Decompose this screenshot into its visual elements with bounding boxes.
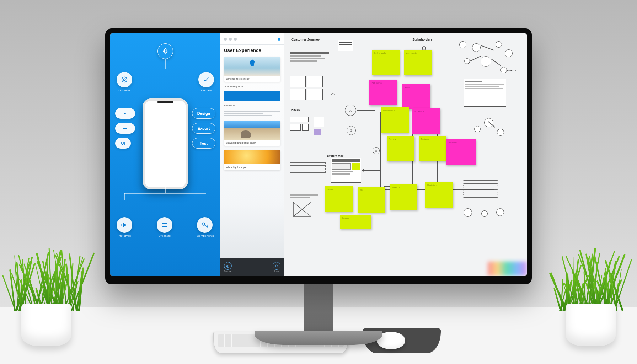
icon-label: Organize xyxy=(157,234,172,237)
sticky-note[interactable]: Iterate xyxy=(325,186,353,212)
sticky-note[interactable]: Define goals xyxy=(372,50,400,75)
wireframe-box[interactable] xyxy=(302,124,309,131)
svg-point-6 xyxy=(376,150,377,151)
icon-label: Prototype xyxy=(117,234,132,237)
sticky-note[interactable]: Test plan xyxy=(419,136,446,161)
preview-card[interactable]: Landing hero concept xyxy=(224,57,280,82)
canvas-heading: Stakeholders xyxy=(412,38,433,41)
section-label: Research xyxy=(224,104,280,107)
canvas-heading: Customer Journey xyxy=(291,38,320,41)
card-caption: Warm light sample xyxy=(224,164,280,170)
list-icon[interactable] xyxy=(157,217,172,233)
user-node-icon[interactable] xyxy=(373,147,380,154)
design-panel: Discover Validate ▾ — UI Design Export T… xyxy=(110,33,220,276)
ux-preview-panel: User Experience Landing hero concept Onb… xyxy=(220,33,284,276)
wireframe-box[interactable] xyxy=(290,124,301,131)
sticky-note[interactable]: Next steps xyxy=(425,182,453,208)
preview-card[interactable]: Coastal photography study xyxy=(224,121,280,146)
target-icon[interactable] xyxy=(117,72,132,87)
wireframe-box[interactable] xyxy=(290,50,329,70)
node-icon[interactable] xyxy=(464,208,472,217)
sticky-note[interactable]: Feedback xyxy=(446,139,476,165)
user-node-icon[interactable] xyxy=(347,126,356,135)
node-icon[interactable] xyxy=(497,129,504,136)
wireframe-box[interactable] xyxy=(290,76,306,87)
icon-label: Components xyxy=(197,234,214,237)
cross-diagram-icon xyxy=(291,200,313,218)
wireframe-box[interactable] xyxy=(314,129,321,135)
wireframe-box[interactable] xyxy=(290,117,309,122)
wireframe-page[interactable] xyxy=(331,158,361,183)
node-icon[interactable] xyxy=(459,41,466,48)
canvas-label: Pages xyxy=(291,108,300,111)
chevron-up-icon: ︿ xyxy=(331,90,336,97)
color-swatch xyxy=(488,262,527,276)
monitor: Discover Validate ▾ — UI Design Export T… xyxy=(105,28,532,284)
compass-icon[interactable] xyxy=(157,43,173,59)
plant-decor xyxy=(552,247,630,346)
panel-title: User Experience xyxy=(220,45,284,54)
window-controls xyxy=(220,33,284,45)
wireframe-box[interactable] xyxy=(307,89,323,100)
node-icon[interactable] xyxy=(505,49,513,57)
svg-point-1 xyxy=(122,77,127,82)
pill-button[interactable]: — xyxy=(115,123,135,134)
block-item[interactable] xyxy=(224,91,280,101)
screen: Discover Validate ▾ — UI Design Export T… xyxy=(110,33,527,276)
plant-decor xyxy=(7,247,85,346)
section-label: Onboarding Flow xyxy=(224,85,280,88)
node-icon[interactable] xyxy=(472,43,481,52)
sticky-note[interactable]: Pain points xyxy=(369,80,397,105)
pill-button[interactable]: UI xyxy=(115,138,131,149)
pill-button[interactable]: ▾ xyxy=(115,108,135,119)
canvas-label: System Map xyxy=(327,154,344,157)
node-icon[interactable] xyxy=(464,58,470,64)
node-icon[interactable] xyxy=(481,56,491,67)
node-icon[interactable] xyxy=(496,208,504,216)
sticky-note[interactable]: Ideas xyxy=(402,84,430,109)
toolbar-label: ··· xyxy=(232,266,273,268)
status-dot-icon xyxy=(278,38,280,41)
pill-button[interactable]: Test xyxy=(192,138,215,149)
user-node-icon[interactable] xyxy=(345,105,356,116)
node-icon[interactable] xyxy=(496,41,502,48)
play-icon[interactable] xyxy=(117,217,132,233)
share-icon[interactable]: ⟳ xyxy=(273,262,280,270)
sticky-note[interactable]: Measure xyxy=(390,184,417,210)
sticky-note[interactable]: Ship xyxy=(358,187,385,213)
card-caption: Landing hero concept xyxy=(224,76,280,82)
toolbar-label: Preview xyxy=(224,270,232,272)
text-lines xyxy=(224,109,280,117)
node-icon[interactable] xyxy=(481,210,488,217)
preview-icon[interactable]: ◐ xyxy=(224,262,232,270)
sticky-note[interactable]: User needs xyxy=(404,50,432,75)
icon-label: Discover xyxy=(117,89,132,92)
svg-point-5 xyxy=(351,129,352,130)
pill-button[interactable]: Export xyxy=(192,123,215,134)
card-caption: Coastal photography study xyxy=(224,140,280,146)
shapes-icon[interactable] xyxy=(197,217,213,233)
wireframe-panel[interactable] xyxy=(464,79,506,107)
sticky-note[interactable]: Wireframe A xyxy=(381,107,409,133)
wireframe-list[interactable] xyxy=(290,161,326,174)
svg-point-2 xyxy=(123,79,125,81)
sticky-note[interactable]: Backlog xyxy=(340,215,371,229)
node-icon[interactable] xyxy=(500,67,507,73)
svg-point-3 xyxy=(202,223,204,225)
wireframe-box[interactable] xyxy=(290,89,306,100)
bottom-toolbar: ◐ Preview ··· ⟳ Share xyxy=(220,258,284,276)
svg-point-4 xyxy=(350,109,351,110)
phone-mockup[interactable] xyxy=(143,98,188,189)
whiteboard-canvas[interactable]: Customer Journey Stakeholders Network Pa… xyxy=(284,33,527,276)
sticky-note[interactable]: Wireframe B xyxy=(412,108,440,134)
wireframe-box[interactable] xyxy=(338,40,353,51)
preview-card[interactable]: Warm light sample xyxy=(224,150,280,170)
wireframe-card[interactable] xyxy=(290,183,318,199)
toolbar-label: Share xyxy=(273,270,280,272)
icon-label: Validate xyxy=(198,89,214,92)
sticky-note[interactable]: Review xyxy=(387,136,414,161)
wireframe-box[interactable] xyxy=(314,117,324,127)
wireframe-box[interactable] xyxy=(307,76,323,87)
pill-button[interactable]: Design xyxy=(192,108,215,119)
check-icon[interactable] xyxy=(198,72,214,87)
